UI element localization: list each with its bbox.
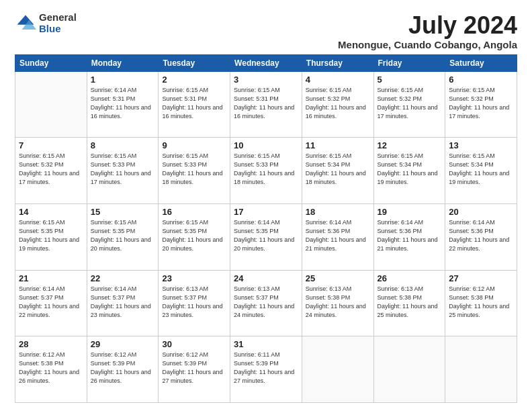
col-saturday: Saturday [445,54,517,71]
table-row [373,336,445,403]
table-row: 25Sunrise: 6:13 AMSunset: 5:38 PMDayligh… [302,270,373,336]
day-number: 3 [234,75,298,85]
day-number: 9 [162,140,226,150]
day-info: Sunrise: 6:15 AMSunset: 5:31 PMDaylight:… [234,86,298,121]
table-row: 12Sunrise: 6:15 AMSunset: 5:34 PMDayligh… [373,138,445,204]
day-number: 21 [19,273,83,283]
day-info: Sunrise: 6:13 AMSunset: 5:38 PMDaylight:… [306,285,370,320]
day-info: Sunrise: 6:15 AMSunset: 5:31 PMDaylight:… [162,86,226,121]
day-number: 6 [449,75,513,85]
day-info: Sunrise: 6:14 AMSunset: 5:37 PMDaylight:… [19,285,83,320]
day-info: Sunrise: 6:13 AMSunset: 5:37 PMDaylight:… [162,285,226,320]
day-info: Sunrise: 6:14 AMSunset: 5:36 PMDaylight:… [449,218,513,253]
day-info: Sunrise: 6:15 AMSunset: 5:35 PMDaylight:… [19,218,83,253]
table-row: 30Sunrise: 6:12 AMSunset: 5:39 PMDayligh… [159,336,230,403]
day-info: Sunrise: 6:15 AMSunset: 5:32 PMDaylight:… [449,86,513,121]
day-number: 17 [234,207,298,217]
table-row: 17Sunrise: 6:14 AMSunset: 5:35 PMDayligh… [230,203,302,270]
table-row: 2Sunrise: 6:15 AMSunset: 5:31 PMDaylight… [159,71,230,138]
day-number: 18 [306,207,370,217]
table-row: 10Sunrise: 6:15 AMSunset: 5:33 PMDayligh… [230,138,302,204]
day-info: Sunrise: 6:12 AMSunset: 5:38 PMDaylight:… [19,351,83,385]
table-row: 26Sunrise: 6:13 AMSunset: 5:38 PMDayligh… [373,270,445,336]
calendar-table: Sunday Monday Tuesday Wednesday Thursday… [15,54,517,403]
table-row: 31Sunrise: 6:11 AMSunset: 5:39 PMDayligh… [230,336,302,403]
col-tuesday: Tuesday [159,54,230,71]
table-row: 13Sunrise: 6:15 AMSunset: 5:34 PMDayligh… [445,138,517,204]
table-row: 24Sunrise: 6:13 AMSunset: 5:37 PMDayligh… [230,270,302,336]
day-number: 29 [91,339,155,349]
logo-blue-text: Blue [39,24,77,35]
table-row: 22Sunrise: 6:14 AMSunset: 5:37 PMDayligh… [87,270,159,336]
table-row: 7Sunrise: 6:15 AMSunset: 5:32 PMDaylight… [15,138,87,204]
table-row: 21Sunrise: 6:14 AMSunset: 5:37 PMDayligh… [15,270,87,336]
day-info: Sunrise: 6:15 AMSunset: 5:35 PMDaylight:… [91,218,155,253]
calendar-week-row: 28Sunrise: 6:12 AMSunset: 5:38 PMDayligh… [15,336,517,403]
title-block: July 2024 Menongue, Cuando Cobango, Ango… [338,12,517,50]
col-thursday: Thursday [302,54,373,71]
day-number: 27 [449,273,513,283]
day-number: 10 [234,140,298,150]
day-number: 26 [378,273,442,283]
table-row: 4Sunrise: 6:15 AMSunset: 5:32 PMDaylight… [302,71,373,138]
day-info: Sunrise: 6:14 AMSunset: 5:31 PMDaylight:… [91,86,155,121]
day-number: 28 [19,339,83,349]
day-info: Sunrise: 6:12 AMSunset: 5:38 PMDaylight:… [449,285,513,320]
day-number: 14 [19,207,83,217]
table-row: 5Sunrise: 6:15 AMSunset: 5:32 PMDaylight… [373,71,445,138]
col-sunday: Sunday [15,54,87,71]
month-title: July 2024 [338,12,517,39]
logo: General Blue [15,12,77,34]
table-row: 27Sunrise: 6:12 AMSunset: 5:38 PMDayligh… [445,270,517,336]
day-info: Sunrise: 6:15 AMSunset: 5:34 PMDaylight:… [378,152,442,187]
calendar-header-row: Sunday Monday Tuesday Wednesday Thursday… [15,54,517,71]
table-row: 14Sunrise: 6:15 AMSunset: 5:35 PMDayligh… [15,203,87,270]
day-number: 19 [378,207,442,217]
day-number: 24 [234,273,298,283]
table-row: 11Sunrise: 6:15 AMSunset: 5:34 PMDayligh… [302,138,373,204]
table-row: 18Sunrise: 6:14 AMSunset: 5:36 PMDayligh… [302,203,373,270]
day-number: 7 [19,140,83,150]
day-number: 16 [162,207,226,217]
table-row [302,336,373,403]
day-info: Sunrise: 6:15 AMSunset: 5:34 PMDaylight:… [306,152,370,187]
table-row: 29Sunrise: 6:12 AMSunset: 5:39 PMDayligh… [87,336,159,403]
day-number: 4 [306,75,370,85]
table-row: 9Sunrise: 6:15 AMSunset: 5:33 PMDaylight… [159,138,230,204]
day-info: Sunrise: 6:15 AMSunset: 5:32 PMDaylight:… [306,86,370,121]
day-number: 20 [449,207,513,217]
table-row: 19Sunrise: 6:14 AMSunset: 5:36 PMDayligh… [373,203,445,270]
col-monday: Monday [87,54,159,71]
day-number: 22 [91,273,155,283]
day-info: Sunrise: 6:15 AMSunset: 5:33 PMDaylight:… [234,152,298,187]
day-info: Sunrise: 6:12 AMSunset: 5:39 PMDaylight:… [162,351,226,385]
day-number: 31 [234,339,298,349]
col-wednesday: Wednesday [230,54,302,71]
table-row: 16Sunrise: 6:15 AMSunset: 5:35 PMDayligh… [159,203,230,270]
table-row: 28Sunrise: 6:12 AMSunset: 5:38 PMDayligh… [15,336,87,403]
day-info: Sunrise: 6:14 AMSunset: 5:35 PMDaylight:… [234,218,298,253]
day-number: 25 [306,273,370,283]
day-number: 11 [306,140,370,150]
table-row: 8Sunrise: 6:15 AMSunset: 5:33 PMDaylight… [87,138,159,204]
table-row [445,336,517,403]
day-number: 15 [91,207,155,217]
day-info: Sunrise: 6:15 AMSunset: 5:32 PMDaylight:… [19,152,83,187]
day-number: 2 [162,75,226,85]
table-row: 15Sunrise: 6:15 AMSunset: 5:35 PMDayligh… [87,203,159,270]
day-info: Sunrise: 6:13 AMSunset: 5:38 PMDaylight:… [378,285,442,320]
day-number: 23 [162,273,226,283]
day-info: Sunrise: 6:15 AMSunset: 5:32 PMDaylight:… [378,86,442,121]
calendar-week-row: 1Sunrise: 6:14 AMSunset: 5:31 PMDaylight… [15,71,517,138]
table-row: 6Sunrise: 6:15 AMSunset: 5:32 PMDaylight… [445,71,517,138]
day-number: 12 [378,140,442,150]
table-row: 23Sunrise: 6:13 AMSunset: 5:37 PMDayligh… [159,270,230,336]
day-info: Sunrise: 6:15 AMSunset: 5:33 PMDaylight:… [91,152,155,187]
table-row: 20Sunrise: 6:14 AMSunset: 5:36 PMDayligh… [445,203,517,270]
table-row: 1Sunrise: 6:14 AMSunset: 5:31 PMDaylight… [87,71,159,138]
day-info: Sunrise: 6:15 AMSunset: 5:34 PMDaylight:… [449,152,513,187]
day-info: Sunrise: 6:13 AMSunset: 5:37 PMDaylight:… [234,285,298,320]
location-title: Menongue, Cuando Cobango, Angola [338,39,517,50]
table-row [15,71,87,138]
logo-icon [15,13,36,34]
